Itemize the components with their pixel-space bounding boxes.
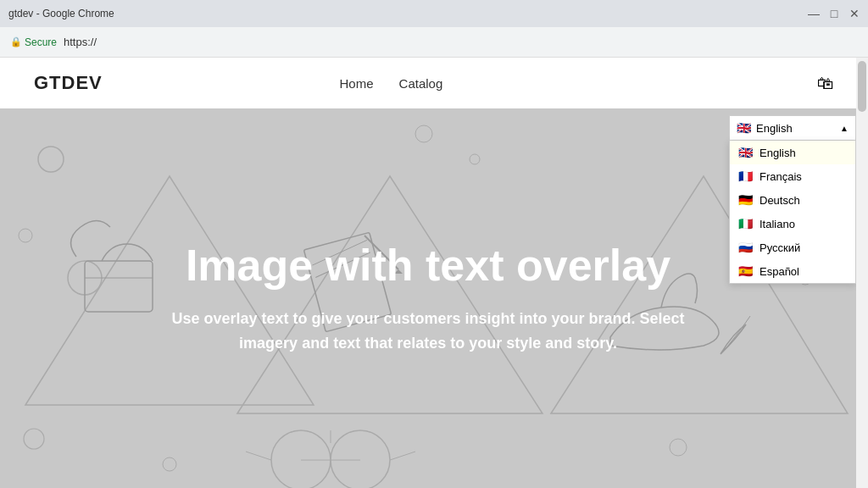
flag-ru: 🇷🇺	[738, 241, 753, 254]
flag-en: 🇬🇧	[738, 146, 753, 159]
svg-point-7	[24, 429, 44, 449]
svg-point-0	[38, 147, 64, 172]
scrollbar-track[interactable]	[856, 58, 868, 488]
nav-link-catalog[interactable]: Catalog	[399, 76, 443, 91]
hero-subtitle: Use overlay text to give your customers …	[170, 307, 687, 356]
secure-badge: 🔒 Secure	[10, 36, 57, 48]
svg-point-21	[331, 430, 390, 488]
lang-option-ru[interactable]: 🇷🇺 Русский	[730, 236, 855, 259]
lang-option-es[interactable]: 🇪🇸 Español	[730, 259, 855, 283]
nav-link-home[interactable]: Home	[340, 76, 374, 91]
nav-links: Home Catalog	[340, 76, 443, 91]
lang-option-en[interactable]: 🇬🇧 English	[730, 141, 855, 164]
svg-line-25	[390, 452, 415, 460]
lang-label-ru: Русский	[760, 241, 800, 254]
hero-content: Image with text overlay Use overlay text…	[0, 241, 856, 356]
language-dropdown: 🇬🇧 English 🇫🇷 Français 🇩🇪 Deutsch 🇮🇹 Ita…	[729, 141, 856, 284]
lang-option-fr[interactable]: 🇫🇷 Français	[730, 164, 855, 188]
close-button[interactable]: ✕	[849, 8, 860, 19]
svg-line-24	[246, 452, 271, 460]
chrome-window-controls: — □ ✕	[809, 8, 860, 19]
nav-icons: 🛍	[680, 74, 834, 93]
svg-point-20	[271, 430, 331, 488]
svg-point-4	[470, 154, 480, 164]
chevron-up-icon: ▲	[840, 124, 849, 133]
website-content: GTDEV Home Catalog 🛍 🇬🇧 English ▲ 🇬🇧 Eng…	[0, 58, 868, 488]
lang-label-en: English	[760, 147, 796, 159]
lang-label-es: Español	[760, 265, 799, 278]
flag-de: 🇩🇪	[738, 193, 753, 207]
svg-point-3	[415, 125, 432, 142]
flag-fr: 🇫🇷	[738, 169, 753, 183]
chrome-titlebar: gtdev - Google Chrome — □ ✕	[0, 0, 868, 27]
url-text[interactable]: https://	[64, 36, 97, 48]
site-nav: GTDEV Home Catalog 🛍	[0, 58, 868, 108]
address-bar: 🔒 Secure https://	[0, 27, 868, 58]
cart-icon[interactable]: 🛍	[817, 74, 834, 93]
secure-label: Secure	[25, 36, 57, 48]
language-selector[interactable]: 🇬🇧 English ▲ 🇬🇧 English 🇫🇷 Français 🇩🇪 D…	[729, 115, 856, 284]
lang-label-de: Deutsch	[760, 194, 800, 207]
flag-es: 🇪🇸	[738, 264, 753, 278]
lock-icon: 🔒	[10, 36, 22, 47]
svg-point-1	[19, 229, 32, 242]
current-language-label: English	[756, 122, 793, 135]
lang-option-de[interactable]: 🇩🇪 Deutsch	[730, 188, 855, 212]
svg-point-8	[163, 458, 176, 471]
lang-label-it: Italiano	[760, 218, 795, 230]
svg-point-9	[670, 439, 687, 456]
language-current[interactable]: 🇬🇧 English ▲	[729, 115, 856, 141]
lang-option-it[interactable]: 🇮🇹 Italiano	[730, 212, 855, 236]
maximize-button[interactable]: □	[829, 8, 839, 19]
minimize-button[interactable]: —	[809, 8, 819, 19]
site-logo[interactable]: GTDEV	[34, 72, 103, 94]
hero-section: Image with text overlay Use overlay text…	[0, 108, 856, 488]
browser-title: gtdev - Google Chrome	[8, 8, 114, 19]
scrollbar-thumb[interactable]	[858, 61, 866, 112]
flag-it: 🇮🇹	[738, 217, 753, 230]
current-flag: 🇬🇧	[737, 121, 751, 135]
hero-title: Image with text overlay	[170, 241, 687, 290]
lang-label-fr: Français	[760, 170, 802, 183]
